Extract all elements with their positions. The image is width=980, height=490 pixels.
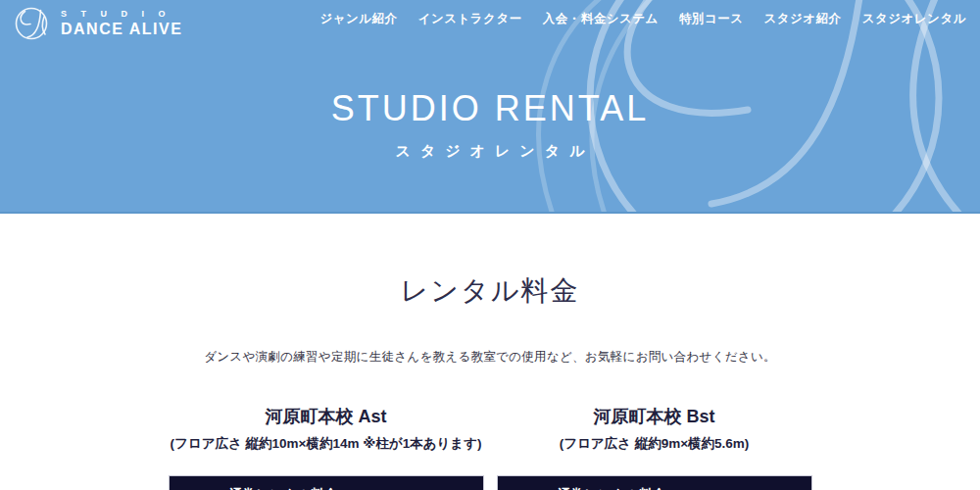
studio-floor-note: (フロア広さ 縦約9m×横約5.6m)	[497, 435, 812, 453]
brand-studio-label: S T U D I O	[61, 9, 182, 19]
nav-item-genres[interactable]: ジャンル紹介	[319, 11, 397, 27]
hero-banner: S T U D I O DANCE ALIVE ジャンル紹介 インストラクター …	[0, 0, 980, 214]
studio-name: 河原町本校 Bst	[497, 405, 812, 428]
studio-name: 河原町本校 Ast	[169, 405, 484, 428]
main-nav: ジャンル紹介 インストラクター 入会・料金システム 特別コース スタジオ紹介 ス…	[319, 11, 966, 27]
nav-item-studio-info[interactable]: スタジオ紹介	[763, 11, 841, 27]
nav-item-studio-rental[interactable]: スタジオレンタル	[862, 11, 966, 27]
studio-floor-note: (フロア広さ 縦約10m×横約14m ※柱が1本あります)	[169, 435, 484, 453]
studio-card-bst: 河原町本校 Bst (フロア広さ 縦約9m×横約5.6m) 通常レンタル料金(7…	[497, 405, 812, 490]
price-table-header: 通常レンタル料金(7:00〜23:00)	[497, 475, 812, 490]
nav-item-pricing[interactable]: 入会・料金システム	[543, 11, 659, 27]
nav-item-instructors[interactable]: インストラクター	[418, 11, 522, 27]
hero-title: STUDIO RENTAL	[0, 88, 980, 129]
brand-text: S T U D I O DANCE ALIVE	[61, 9, 182, 38]
nav-item-special-course[interactable]: 特別コース	[679, 11, 744, 27]
price-table-header: 通常レンタル料金(7:00〜23:00)	[169, 475, 484, 490]
dance-alive-logo-icon	[12, 4, 51, 43]
studio-card-ast: 河原町本校 Ast (フロア広さ 縦約10m×横約14m ※柱が1本あります) …	[169, 405, 484, 490]
rental-heading: レンタル料金	[0, 272, 980, 310]
rental-description: ダンスや演劇の練習や定期に生徒さんを教える教室での使用など、お気軽にお問い合わせ…	[0, 349, 980, 366]
hero-subtitle: スタジオレンタル	[0, 142, 980, 161]
rental-section: レンタル料金 ダンスや演劇の練習や定期に生徒さんを教える教室での使用など、お気軽…	[0, 272, 980, 490]
brand-name: DANCE ALIVE	[61, 21, 182, 38]
studio-columns: 河原町本校 Ast (フロア広さ 縦約10m×横約14m ※柱が1本あります) …	[0, 405, 980, 490]
brand-logo[interactable]: S T U D I O DANCE ALIVE	[12, 4, 182, 43]
